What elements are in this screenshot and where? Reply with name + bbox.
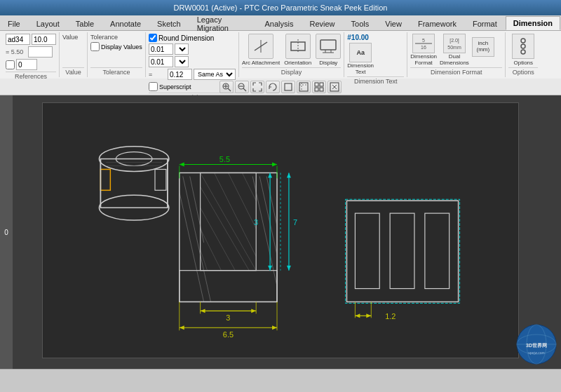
svg-text:5: 5 [422, 38, 425, 43]
precision-equal: = [149, 71, 166, 78]
drawing-canvas[interactable]: 5.5 7 3 [42, 102, 519, 358]
display-group: Arc Attachment Orientation [239, 32, 344, 77]
tab-analysis[interactable]: Analysis [257, 16, 302, 30]
svg-point-13 [521, 39, 525, 43]
tolerance-label-inner: Tolerance [90, 34, 118, 41]
svg-text:5.5: 5.5 [219, 155, 230, 163]
arc-attachment-label: Arc Attachment [242, 60, 280, 66]
tab-dimension[interactable]: Dimension [506, 16, 560, 30]
vt-btn-select[interactable] [297, 81, 311, 93]
dim-format-btn[interactable]: 5 16 DimensionFormat [410, 34, 437, 66]
svg-line-22 [243, 88, 246, 91]
display-values-check[interactable] [90, 42, 100, 51]
title-bar: DRW0001 (Active) - PTC Creo Parametric S… [0, 0, 561, 15]
references-group: = 5.50 References [3, 32, 60, 77]
dim-text-value: #10.00 [347, 34, 369, 41]
dual-dim-btn[interactable]: [2.0] 50mm DualDimensions [440, 34, 469, 66]
tab-tools[interactable]: Tools [344, 16, 377, 30]
vt-btn-pan[interactable] [281, 81, 295, 93]
svg-point-15 [521, 50, 525, 54]
round-dim-check-label: Round Dimension [149, 34, 215, 42]
precision-val2[interactable] [149, 56, 173, 67]
svg-text:50mm: 50mm [447, 45, 461, 50]
tab-sketch[interactable]: Sketch [149, 16, 189, 30]
view-toolbar [0, 79, 561, 95]
tab-file[interactable]: File [0, 16, 28, 30]
ribbon-tabs: File Layout Table Annotate Sketch Legacy… [0, 15, 561, 31]
tab-annotate[interactable]: Annotate [102, 16, 149, 30]
tab-layout[interactable]: Layout [29, 16, 67, 30]
svg-line-19 [228, 88, 231, 91]
tab-review[interactable]: Review [302, 16, 342, 30]
svg-rect-23 [285, 83, 292, 90]
options-bottom-label: Options [508, 67, 538, 76]
watermark-logo: 3D世界网 spejw.com [515, 323, 557, 365]
precision-group: Round Dimension ▼ ▼ = Same As Dim Supers… [146, 32, 239, 77]
ref-input-3[interactable] [28, 46, 53, 58]
tolerance-group: Tolerance Display Values Tolerance [88, 32, 146, 77]
tab-table[interactable]: Table [68, 16, 102, 30]
precision-sel2[interactable]: ▼ [175, 56, 189, 67]
tolerance-bottom-label: Tolerance [90, 67, 142, 76]
left-ruler: 0 [0, 95, 13, 369]
drawing-svg: 5.5 7 3 [43, 103, 518, 358]
round-dim-checkbox[interactable] [149, 34, 157, 42]
display-values-label: Display Values [101, 43, 142, 50]
title-text: DRW0001 (Active) - PTC Creo Parametric S… [174, 4, 388, 12]
display-bottom-label: Display [242, 67, 341, 76]
svg-point-14 [521, 44, 525, 48]
references-label: References [6, 72, 56, 80]
superscript-checkbox[interactable] [149, 82, 158, 91]
display-btn[interactable]: Display [316, 34, 341, 66]
tab-legacy-migration[interactable]: Legacy Migration [189, 16, 257, 30]
svg-rect-29 [315, 88, 318, 91]
display-label: Display [319, 60, 337, 66]
value-group: Value Value [60, 32, 88, 77]
svg-text:spejw.com: spejw.com [528, 351, 544, 355]
ref-input-1[interactable] [6, 34, 30, 45]
options-group: Options Options [506, 32, 541, 77]
orientation-btn[interactable]: Orientation [284, 34, 311, 66]
svg-text:3: 3 [226, 313, 230, 322]
tab-format[interactable]: Format [465, 16, 505, 30]
tab-view[interactable]: View [377, 16, 410, 30]
ref-input-4[interactable] [16, 59, 37, 70]
precision-val1[interactable] [149, 43, 173, 55]
value-label-inner: Value [62, 34, 78, 41]
svg-rect-4 [320, 40, 336, 50]
vt-btn-grid[interactable] [312, 81, 326, 93]
svg-text:3D世界网: 3D世界网 [526, 342, 547, 348]
svg-rect-34 [43, 103, 518, 358]
svg-rect-27 [315, 83, 318, 86]
precision-val3[interactable] [168, 69, 192, 80]
unit-btn[interactable]: inch(mm) [472, 37, 494, 63]
ref-input-2[interactable] [32, 34, 56, 45]
ref-checkbox[interactable] [6, 60, 15, 69]
vt-btn-zoom-out[interactable] [235, 81, 249, 93]
arc-attachment-btn[interactable]: Arc Attachment [242, 34, 280, 66]
vt-btn-zoom-in[interactable] [219, 81, 234, 93]
vt-btn-rotate[interactable] [266, 81, 280, 93]
ref-val2-label: = 5.50 [6, 48, 27, 55]
superscript-label: Superscript [159, 83, 191, 90]
svg-rect-28 [320, 83, 323, 86]
dim-format-bottom-label: Dimension Format [410, 67, 502, 76]
canvas-area[interactable]: 0 [0, 95, 561, 369]
value-bottom-label: Value [62, 67, 84, 76]
tab-framework[interactable]: Framework [410, 16, 464, 30]
orientation-label: Orientation [284, 60, 311, 66]
round-dim-label: Round Dimension [158, 34, 215, 42]
svg-text:1.2: 1.2 [385, 312, 396, 320]
svg-text:16: 16 [421, 45, 426, 50]
dimension-format-group: 5 16 DimensionFormat [2.0] 50mm DualDime… [407, 32, 506, 77]
ribbon-content: = 5.50 References Value Value Tolerance … [0, 31, 561, 79]
dim-text-btn[interactable]: Aa DimensionText [347, 43, 374, 75]
precision-sel1[interactable]: ▼ [175, 43, 189, 55]
dimension-text-group: #10.00 Aa DimensionText Dimension Text [344, 32, 407, 77]
status-bar [0, 369, 561, 384]
svg-text:3: 3 [254, 218, 258, 227]
precision-sel3[interactable]: Same As Dim [194, 69, 236, 80]
vt-btn-repaint[interactable] [327, 81, 342, 93]
options-btn[interactable]: Options [512, 34, 534, 66]
vt-btn-fit[interactable] [250, 81, 264, 93]
